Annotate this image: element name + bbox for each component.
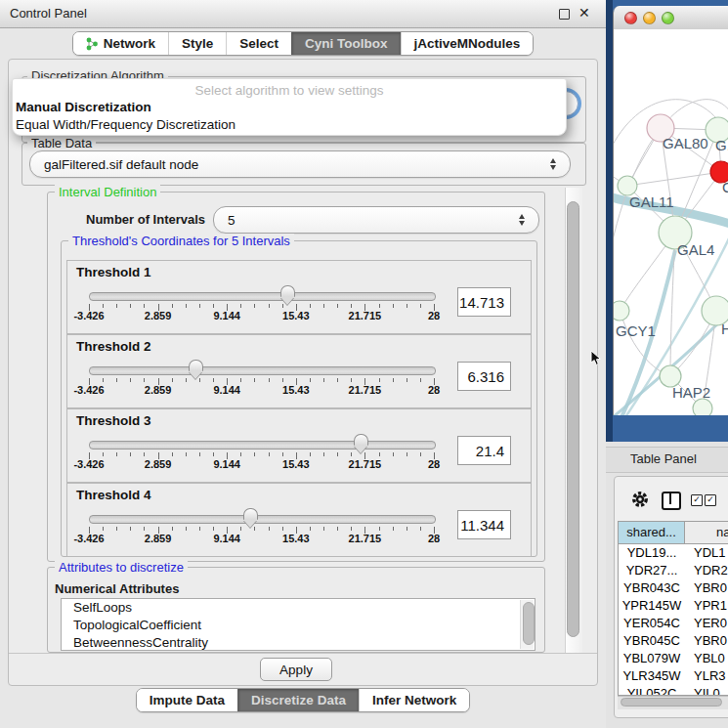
tick-mark xyxy=(269,452,270,456)
list-item[interactable]: TopologicalCoefficient xyxy=(62,617,535,634)
network-canvas[interactable]: GAL80G.GAL11CGAL4GCY1HHAP2 xyxy=(614,29,728,415)
control-panel-titlebar xyxy=(0,0,606,28)
table-row[interactable]: YBR045CYBR0 xyxy=(619,632,728,650)
threshold-slider-track[interactable] xyxy=(89,366,436,375)
threshold-slider-thumb[interactable] xyxy=(189,360,203,371)
tick-mark xyxy=(186,304,187,308)
checkbox-icon[interactable]: ✓ xyxy=(705,494,716,506)
bottom-tab-bar: Impute DataDiscretize DataInfer Network xyxy=(0,688,606,712)
tick-mark xyxy=(323,452,324,456)
zoom-traffic-light[interactable] xyxy=(662,12,674,24)
table-row[interactable]: YBL079WYBL0 xyxy=(619,650,728,667)
gear-icon[interactable] xyxy=(630,490,650,509)
network-node-label: C xyxy=(722,179,728,195)
checkbox-icon[interactable]: ✓ xyxy=(691,494,703,506)
table-data-combobox-value: galFiltered.sif default node xyxy=(30,157,544,172)
control-panel-title: Control Panel xyxy=(10,6,87,21)
column-header[interactable]: shared... xyxy=(619,522,685,543)
network-node-gal11[interactable] xyxy=(618,176,637,195)
threshold-value-field[interactable]: 14.713 xyxy=(457,287,511,317)
threshold-value-field[interactable]: 21.4 xyxy=(457,436,511,465)
column-header[interactable]: na xyxy=(685,522,728,543)
tick-label: 9.144 xyxy=(197,458,256,470)
tab-network[interactable]: Network xyxy=(73,32,168,55)
close-traffic-light[interactable] xyxy=(624,12,637,24)
tick-mark xyxy=(323,378,324,382)
threshold-value-field[interactable]: 6.316 xyxy=(457,362,511,391)
tab-discretize-data[interactable]: Discretize Data xyxy=(237,689,359,711)
threshold-slider-track[interactable] xyxy=(89,292,436,301)
tick-mark xyxy=(144,452,145,456)
tab-cyni-toolbox[interactable]: Cyni Toolbox xyxy=(291,32,401,55)
table-data-combobox[interactable]: galFiltered.sif default node xyxy=(29,150,571,178)
tick-label: -3.426 xyxy=(60,458,118,470)
tab-style[interactable]: Style xyxy=(168,32,226,55)
threshold-panel: Threshold 3-3.4262.8599.14415.4321.71528… xyxy=(66,408,532,483)
table-cell: YBR0 xyxy=(685,632,728,650)
tick-mark xyxy=(407,452,407,456)
tick-label: 21.715 xyxy=(335,384,394,396)
table-row[interactable]: YLR345WYLR3 xyxy=(619,667,728,685)
threshold-slider-thumb[interactable] xyxy=(280,285,295,297)
table-row[interactable]: YDL19...YDL1 xyxy=(619,544,728,562)
tab-infer-network[interactable]: Infer Network xyxy=(359,689,469,711)
tick-mark xyxy=(199,304,200,308)
tick-mark xyxy=(351,304,352,308)
tick-mark xyxy=(240,452,241,456)
tick-mark xyxy=(213,304,214,308)
tick-mark xyxy=(351,452,352,456)
tick-mark xyxy=(172,452,173,456)
minimize-traffic-light[interactable] xyxy=(643,12,656,24)
tab-impute-data[interactable]: Impute Data xyxy=(137,689,237,711)
table-row[interactable]: YBR043CYBR0 xyxy=(619,579,728,597)
interval-definition-label: Interval Definition xyxy=(55,185,160,199)
number-of-intervals-combobox[interactable]: 5 xyxy=(213,206,539,234)
table-hscrollbar-thumb[interactable] xyxy=(621,698,722,707)
threshold-value-field[interactable]: 11.344 xyxy=(457,510,511,539)
threshold-slider-thumb[interactable] xyxy=(243,508,258,520)
algorithm-popup-hint: Select algorithm to view settings xyxy=(13,83,566,98)
tick-mark xyxy=(310,452,311,456)
table-row[interactable]: YDR27...YDR2 xyxy=(619,562,728,579)
list-scrollbar-thumb[interactable] xyxy=(523,602,535,645)
table-cell: YDR27... xyxy=(619,562,685,579)
apply-button[interactable]: Apply xyxy=(260,658,332,681)
list-item[interactable]: SelfLoops xyxy=(62,599,535,617)
threshold-slider-track[interactable] xyxy=(89,441,436,450)
column-layout-icon[interactable] xyxy=(662,492,681,510)
tick-label: 9.144 xyxy=(197,384,256,396)
close-icon[interactable]: ✕ xyxy=(578,5,590,21)
table-cell: YBR045C xyxy=(619,632,685,650)
divider xyxy=(9,653,597,654)
numerical-attributes-label: Numerical Attributes xyxy=(55,581,179,596)
settings-scrollbar-thumb[interactable] xyxy=(567,201,579,637)
algorithm-option[interactable]: Equal Width/Frequency Discretization xyxy=(13,116,566,134)
table-row[interactable]: YIL052CYIL0 xyxy=(619,685,728,696)
table-cell: YER054C xyxy=(619,615,685,632)
tick-mark xyxy=(282,452,283,456)
tick-mark xyxy=(130,378,131,382)
network-node[interactable] xyxy=(693,399,712,415)
network-window: GAL80G.GAL11CGAL4GCY1HHAP2 xyxy=(613,6,728,415)
float-window-icon[interactable] xyxy=(559,9,570,20)
tick-mark xyxy=(379,452,380,456)
numerical-attributes-list: SelfLoopsTopologicalCoefficientBetweenne… xyxy=(61,598,535,651)
network-node-label: G. xyxy=(715,137,728,153)
tick-mark xyxy=(254,527,255,531)
list-item[interactable]: BetweennessCentrality xyxy=(62,634,535,651)
threshold-slider-thumb[interactable] xyxy=(354,434,368,446)
threshold-slider-track[interactable] xyxy=(89,515,436,524)
tick-label: 28 xyxy=(405,384,463,396)
network-node-gcy1[interactable] xyxy=(614,301,629,321)
tick-mark xyxy=(103,378,104,382)
tick-mark xyxy=(379,304,380,308)
tick-mark xyxy=(282,378,283,382)
table-row[interactable]: YPR145WYPR1 xyxy=(619,597,728,615)
tick-mark xyxy=(213,378,214,382)
list-scrollbar[interactable] xyxy=(520,600,534,649)
table-row[interactable]: YER054CYER0 xyxy=(619,615,728,632)
algorithm-popup: Select algorithm to view settings Manual… xyxy=(12,78,567,136)
tab-select[interactable]: Select xyxy=(226,32,291,55)
algorithm-option[interactable]: Manual Discretization xyxy=(13,99,566,116)
tab-jactivemnodules[interactable]: jActiveMNodules xyxy=(401,32,534,55)
